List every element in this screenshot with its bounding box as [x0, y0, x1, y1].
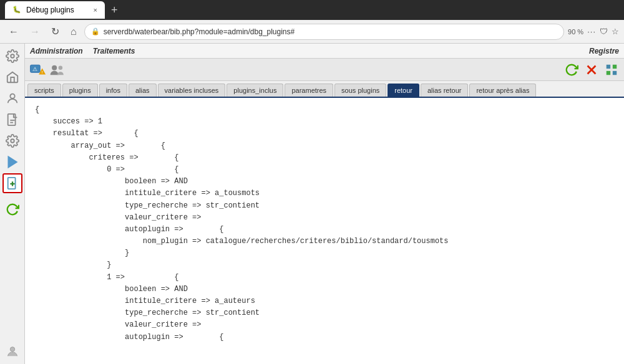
svg-point-17 — [59, 65, 63, 70]
menu-registre: Registre — [589, 47, 619, 55]
home-button[interactable]: ⌂ — [67, 25, 80, 39]
lock-icon: 🔒 — [91, 27, 100, 36]
active-browser-tab[interactable]: 🐛 Débug plugins × — [5, 1, 105, 19]
menu-dots-button[interactable]: ··· — [587, 27, 596, 36]
code-line: autoplugin => { — [35, 224, 614, 236]
menu-administration[interactable]: Administration — [30, 47, 83, 55]
sidebar-icon-settings[interactable] — [2, 46, 22, 66]
sidebar-icon-file-add[interactable] — [2, 173, 22, 193]
tab-plugins_inclus[interactable]: plugins_inclus — [227, 84, 283, 97]
code-line: intitule_critere => a_tousmots — [35, 188, 614, 199]
tabs-container: scriptspluginsinfosaliasvariables inclus… — [25, 81, 624, 98]
svg-point-0 — [11, 54, 14, 58]
menu-bar: Administration Traitements Registre — [25, 44, 624, 59]
svg-marker-6 — [8, 157, 16, 168]
code-line: autoplugin => { — [35, 332, 614, 343]
sidebar-icon-document[interactable] — [2, 110, 22, 130]
address-text: serverdb/waterbear/bib.php?module=admin/… — [104, 27, 295, 36]
code-line: booleen => AND — [35, 284, 614, 295]
tab-alias[interactable]: alias — [129, 84, 157, 97]
sidebar-icon-home[interactable] — [2, 67, 22, 87]
tab-retour[interactable]: retour — [388, 84, 419, 97]
address-bar[interactable]: 🔒 serverdb/waterbear/bib.php?module=admi… — [84, 24, 564, 40]
sidebar-icon-refresh[interactable] — [2, 199, 22, 219]
tab-variables_incluses[interactable]: variables incluses — [158, 84, 226, 97]
code-line: intitule_critere => a_auteurs — [35, 295, 614, 307]
code-line: 1 => { — [35, 272, 614, 284]
svg-point-1 — [10, 94, 14, 98]
code-line: } — [35, 247, 614, 259]
svg-rect-23 — [613, 70, 617, 74]
menu-traitements[interactable]: Traitements — [93, 47, 135, 55]
sidebar-icon-person[interactable] — [2, 342, 22, 362]
tab-favicon: 🐛 — [12, 6, 21, 14]
browser-navbar: ← → ↻ ⌂ 🔒 serverdb/waterbear/bib.php?mod… — [0, 20, 624, 44]
content-area: { succes => 1 resultat => { array_out =>… — [25, 98, 624, 364]
svg-text:⚠: ⚠ — [32, 65, 37, 72]
toolbar-warning-btn[interactable]: ⚠ ! — [29, 61, 46, 79]
toolbar-refresh-btn[interactable] — [563, 61, 580, 79]
code-line: } — [35, 259, 614, 271]
toolbar-right-controls — [563, 61, 620, 79]
code-line: 0 => { — [35, 164, 614, 176]
svg-point-16 — [52, 65, 57, 70]
toolbar-users-btn[interactable] — [49, 61, 66, 79]
tab-title-text: Débug plugins — [26, 6, 74, 14]
main-area: Administration Traitements Registre ⚠ ! — [25, 44, 624, 364]
shield-icon: 🛡 — [600, 27, 608, 36]
reload-button[interactable]: ↻ — [47, 24, 63, 39]
tab-alias_retour[interactable]: alias retour — [421, 84, 468, 97]
code-line: type_recherche => str_contient — [35, 200, 614, 212]
toolbar-grid-btn[interactable] — [603, 61, 620, 79]
tab-scripts[interactable]: scripts — [27, 84, 61, 97]
code-line: booleen => AND — [35, 176, 614, 188]
nav-right-controls: 90 % ··· 🛡 ☆ — [568, 27, 619, 36]
svg-point-5 — [11, 139, 14, 143]
forward-button[interactable]: → — [26, 25, 44, 39]
sidebar-icon-user[interactable] — [2, 89, 22, 108]
code-line: type_recherche => str_contient — [35, 307, 614, 319]
tab-close-button[interactable]: × — [94, 6, 97, 14]
toolbar-stop-btn[interactable] — [583, 61, 600, 79]
code-line: criteres => { — [35, 152, 614, 164]
browser-titlebar: 🐛 Débug plugins × + — [0, 0, 624, 20]
code-line: resultat => { — [35, 128, 614, 140]
tab-parametres[interactable]: parametres — [285, 84, 333, 97]
sidebar-icon-gear2[interactable] — [2, 131, 22, 151]
code-line: succes => 1 — [35, 116, 614, 128]
svg-rect-20 — [607, 64, 610, 68]
bookmark-icon[interactable]: ☆ — [612, 27, 619, 36]
new-tab-button[interactable]: + — [107, 4, 122, 17]
code-line: valeur_critere => — [35, 319, 614, 331]
sidebar-icon-arrow[interactable] — [2, 152, 22, 172]
code-line: valeur_critere => — [35, 212, 614, 224]
code-line: nom_plugin => catalogue/recherches/crite… — [35, 236, 614, 247]
tab-bar: 🐛 Débug plugins × + — [5, 1, 122, 19]
back-button[interactable]: ← — [5, 25, 22, 39]
svg-rect-22 — [607, 70, 610, 74]
tab-sous_plugins[interactable]: sous plugins — [334, 84, 386, 97]
app-container: Administration Traitements Registre ⚠ ! — [0, 44, 624, 364]
zoom-level: 90 % — [568, 28, 583, 36]
tab-infos[interactable]: infos — [99, 84, 127, 97]
toolbar: ⚠ ! — [25, 59, 624, 81]
svg-rect-21 — [613, 64, 617, 68]
svg-point-10 — [10, 347, 14, 352]
code-line: array_out => { — [35, 140, 614, 152]
tab-retour_apres_alias[interactable]: retour après alias — [469, 84, 536, 97]
tab-plugins[interactable]: plugins — [62, 84, 98, 97]
sidebar — [0, 44, 25, 364]
svg-text:!: ! — [41, 70, 42, 74]
code-line: { — [35, 104, 614, 116]
